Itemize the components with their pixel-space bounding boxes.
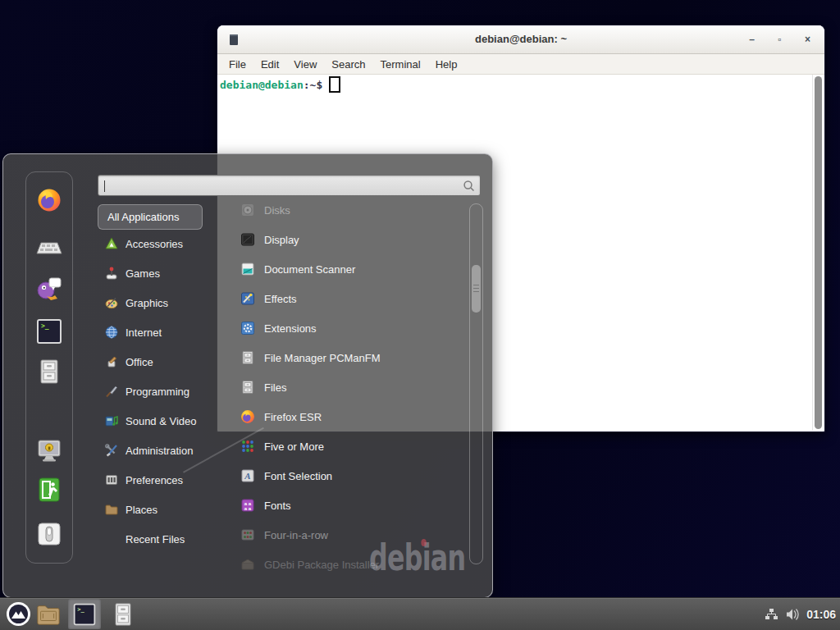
menu-search-input[interactable] <box>105 177 450 194</box>
terminal-menubar: File Edit View Search Terminal Help <box>217 54 824 75</box>
disks-icon <box>240 202 256 218</box>
app-file-manager-pcmanfm[interactable]: File Manager PCManFM <box>240 343 465 372</box>
category-label: Preferences <box>126 474 183 486</box>
lock-screen-button[interactable] <box>35 436 63 464</box>
category-administration[interactable]: Administration <box>104 436 227 465</box>
programming-icon <box>104 384 119 399</box>
app-five-or-more[interactable]: Five or More <box>240 431 465 461</box>
internet-icon <box>104 325 119 340</box>
app-label: GDebi Package Installer <box>264 559 379 571</box>
app-fonts[interactable]: a a a a Fonts <box>240 491 465 520</box>
taskbar-clock[interactable]: 01:06 <box>806 608 836 621</box>
taskbar-terminal-task[interactable]: >_ <box>68 599 101 629</box>
terminal-prompt-glyph: >_ <box>77 605 84 613</box>
shell-prompt: debian@debian:~$ <box>220 77 811 92</box>
menu-terminal[interactable]: Terminal <box>373 57 428 72</box>
terminal-titlebar[interactable]: debian@debian: ~ – ▫ × <box>217 25 824 54</box>
app-files[interactable]: Files <box>240 372 465 402</box>
app-font-selection[interactable]: A Font Selection <box>240 461 465 491</box>
taskbar-files-launcher[interactable] <box>112 602 135 627</box>
app-firefox-esr[interactable]: Firefox ESR <box>240 402 465 431</box>
menu-help[interactable]: Help <box>428 57 465 72</box>
close-button[interactable]: × <box>802 34 813 45</box>
minimize-button[interactable]: – <box>746 34 757 45</box>
shut-down-button[interactable] <box>35 520 63 548</box>
file-cabinet-icon <box>35 358 63 386</box>
gdebi-icon <box>240 556 256 573</box>
search-icon <box>463 180 475 192</box>
file-cabinet-icon <box>112 602 135 627</box>
category-recent-files[interactable]: Recent Files <box>104 524 249 554</box>
files-icon <box>240 379 256 395</box>
search-caret <box>104 180 105 192</box>
network-icon[interactable] <box>765 607 778 621</box>
application-menu: >_ <box>2 153 493 598</box>
app-effects[interactable]: Effects <box>240 284 465 313</box>
category-all-applications[interactable]: All Applications <box>98 204 203 230</box>
app-extensions[interactable]: Extensions <box>240 313 465 343</box>
app-display[interactable]: Display <box>240 225 465 254</box>
app-label: Document Scanner <box>264 263 355 276</box>
category-internet[interactable]: Internet <box>104 317 227 347</box>
category-label: Accessories <box>126 238 183 250</box>
taskbar-menu-button[interactable] <box>6 601 31 627</box>
menu-view[interactable]: View <box>286 57 324 72</box>
keyboard-shortcut[interactable] <box>35 234 63 262</box>
file-manager-shortcut[interactable] <box>35 358 63 386</box>
taskbar-folder-launcher[interactable] <box>35 602 62 627</box>
volume-icon[interactable] <box>785 608 800 621</box>
firefox-shortcut[interactable] <box>35 186 63 214</box>
terminal-title: debian@debian: ~ <box>217 25 824 53</box>
file-manager-icon <box>240 349 256 366</box>
sound-video-icon <box>104 413 119 428</box>
app-document-scanner[interactable]: Document Scanner <box>240 254 465 284</box>
menu-scrollbar-track[interactable] <box>469 203 483 564</box>
pidgin-shortcut[interactable] <box>35 274 63 302</box>
category-programming[interactable]: Programming <box>104 377 227 406</box>
category-label: Games <box>126 267 160 280</box>
letter-A-glyph: A <box>244 471 250 481</box>
category-places[interactable]: Places <box>104 495 227 524</box>
keyboard-icon <box>35 234 63 262</box>
folder-icon <box>35 602 62 627</box>
log-out-button[interactable] <box>35 476 63 504</box>
terminal-prompt-glyph: >_ <box>41 322 49 330</box>
app-label: Effects <box>264 293 297 305</box>
terminal-cursor <box>329 76 340 93</box>
shut-down-icon <box>35 520 63 548</box>
firefox-icon <box>35 186 63 214</box>
app-disks[interactable]: Disks <box>240 195 465 225</box>
watermark-text: debian <box>369 536 465 578</box>
category-label: Administration <box>126 445 193 457</box>
menu-file[interactable]: File <box>221 57 253 72</box>
category-preferences[interactable]: Preferences <box>104 465 227 495</box>
menu-edit[interactable]: Edit <box>253 57 286 72</box>
graphics-icon <box>104 295 119 310</box>
app-label: Files <box>264 381 286 394</box>
maximize-button[interactable]: ▫ <box>774 34 785 45</box>
menu-scrollbar-thumb[interactable] <box>472 265 481 313</box>
app-label: Font Selection <box>264 470 332 482</box>
terminal-shortcut[interactable]: >_ <box>35 317 63 345</box>
office-icon <box>104 354 119 369</box>
four-in-a-row-icon <box>240 527 256 543</box>
accessories-icon <box>104 236 119 251</box>
app-label: Extensions <box>264 322 317 335</box>
category-label: Places <box>126 504 158 516</box>
firefox-icon <box>240 409 256 425</box>
category-label: Recent Files <box>126 533 185 546</box>
prompt-suffix: :~$ <box>304 79 322 91</box>
category-label: Internet <box>126 326 162 339</box>
terminal-scrollbar[interactable] <box>812 75 824 431</box>
category-label: Sound & Video <box>126 415 197 427</box>
category-sound-video[interactable]: Sound & Video <box>104 406 227 436</box>
category-graphics[interactable]: Graphics <box>104 288 227 317</box>
menu-search[interactable]: Search <box>324 57 372 72</box>
app-label: Disks <box>264 204 290 217</box>
system-tray: 01:06 <box>765 598 836 630</box>
category-office[interactable]: Office <box>104 347 227 377</box>
terminal-scrollbar-thumb[interactable] <box>815 76 822 429</box>
category-games[interactable]: Games <box>104 258 227 288</box>
category-accessories[interactable]: Accessories <box>104 229 227 258</box>
app-label: Five or More <box>264 441 324 453</box>
